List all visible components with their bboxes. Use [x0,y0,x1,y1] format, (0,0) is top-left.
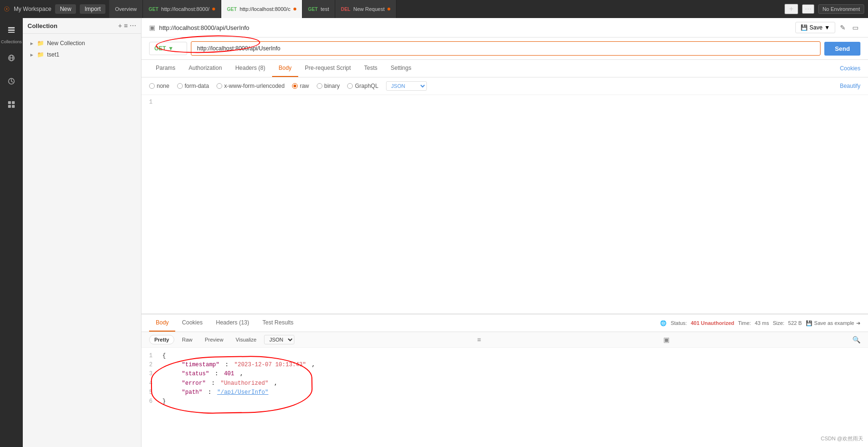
none-label: none [157,83,170,89]
workspace-label: My Workspace [14,6,51,12]
save-label: Save [810,24,822,31]
method-select[interactable]: GET ▼ [149,42,187,55]
more-tabs-button[interactable]: ⋯ [802,4,814,14]
json-open-brace: { [162,352,166,361]
resp-line-1: 1 { [149,352,860,361]
collections-label: Collections [1,39,22,44]
body-option-graphql[interactable]: GraphQL [347,83,378,89]
radio-raw [292,83,298,89]
add-collection-button[interactable]: + [118,22,122,29]
tabs-area: OverviewGEThttp://localhost:8000/GEThttp… [109,0,781,18]
import-button[interactable]: Import [80,4,105,14]
top-bar: ☉ My Workspace New Import OverviewGEThtt… [0,0,868,18]
url-input[interactable] [191,41,821,56]
more-options-button[interactable]: ⋯ [130,22,136,29]
resp-line-2: 2 "timestamp" : "2023-12-07 10:13:43" , [149,361,860,370]
json-comma-1: , [311,361,315,370]
tab-prerequest[interactable]: Pre-request Script [298,60,358,77]
radio-form-data [177,83,183,89]
request-title-bar: ▣ http://localhost:8000/api/UserInfo 💾 S… [142,18,868,38]
tab-params[interactable]: Params [149,60,182,77]
resp-tab-test-results[interactable]: Test Results [256,314,300,332]
env-selector[interactable]: No Environment [818,4,864,14]
resp-tab-headers[interactable]: Headers (13) [209,314,256,332]
filter-button[interactable]: ≡ [124,22,128,29]
sidebar-icon-history[interactable] [0,73,23,91]
json-colon-1: : [225,361,228,370]
json-key-error: "error" [182,379,206,388]
response-format-select[interactable]: JSON Text HTML XML [264,335,294,344]
tab-new-req[interactable]: DELNew Request [335,0,396,18]
request-title: http://localhost:8000/api/UserInfo [159,24,249,31]
body-format-select[interactable]: JSON Text JavaScript HTML XML [386,81,427,91]
body-option-form-data[interactable]: form-data [177,83,209,89]
sidebar-icon-apps[interactable] [0,96,23,114]
new-tab-button[interactable]: + [784,4,798,14]
panel-actions: + ≡ ⋯ [118,22,136,29]
save-example-arrow: ➜ [856,320,860,326]
save-button[interactable]: 💾 Save ▼ [795,22,835,33]
response-meta: 🌐 Status: 401 Unauthorized Time: 43 ms S… [660,320,860,326]
body-option-urlencoded[interactable]: x-www-form-urlencoded [217,83,284,89]
json-indent [162,379,176,388]
main-layout: Collections Collection [0,18,868,447]
save-example-icon: 💾 [806,320,812,326]
edit-button[interactable]: ✎ [838,22,848,33]
format-pretty[interactable]: Pretty [149,335,174,344]
urlencoded-label: x-www-form-urlencoded [224,83,284,89]
tab-dot-get2 [293,8,296,10]
tab-headers[interactable]: Headers (8) [228,60,272,77]
method-dropdown-icon: ▼ [168,45,174,52]
resp-search-button[interactable]: 🔍 [852,336,860,343]
new-button[interactable]: New [55,4,76,14]
sidebar-icon-collections[interactable] [0,22,23,39]
cookies-button[interactable]: Cookies [840,60,860,76]
chevron-icon: ► [29,41,34,46]
sidebar-icon-environments[interactable] [0,50,23,67]
body-option-none[interactable]: none [149,83,170,89]
globe-icon: 🌐 [660,320,667,326]
json-colon-4: : [208,388,211,397]
request-body-editor[interactable]: 1 [142,95,868,314]
resp-tab-cookies[interactable]: Cookies [175,314,209,332]
tab-label-new-req: New Request [353,6,385,12]
tab-tests[interactable]: Tests [358,60,384,77]
svg-rect-1 [8,29,15,31]
request-tabs: Params Authorization Headers (8) Body Pr… [142,60,868,77]
tab-get1[interactable]: GEThttp://localhost:8000/ [143,0,221,18]
share-button[interactable]: ▭ [850,22,860,33]
chevron-icon: ► [29,52,34,57]
tab-settings[interactable]: Settings [384,60,418,77]
resp-tab-body[interactable]: Body [149,314,175,332]
format-raw[interactable]: Raw [177,335,197,344]
format-preview[interactable]: Preview [200,335,228,344]
tab-test[interactable]: GETtest [302,0,335,18]
request-icon: ▣ [149,24,155,31]
line-number-1: 1 [149,99,157,105]
resp-filter-button[interactable]: ≡ [477,336,481,343]
tab-body[interactable]: Body [272,60,298,77]
json-indent [162,370,176,379]
method-label: GET [154,45,166,52]
panel-item-tset1[interactable]: ► 📁 tset1 [23,49,141,60]
content-area: ▣ http://localhost:8000/api/UserInfo 💾 S… [142,18,868,447]
tab-authorization[interactable]: Authorization [182,60,228,77]
body-option-raw[interactable]: raw [292,83,309,89]
panel-header: Collection + ≡ ⋯ [23,18,141,34]
svg-rect-0 [8,27,15,29]
resp-copy-button[interactable]: ▣ [663,336,670,343]
json-comma-2: , [240,370,243,379]
beautify-button[interactable]: Beautify [840,83,860,89]
send-button[interactable]: Send [824,42,860,56]
save-example-button[interactable]: 💾 Save as example ➜ [806,320,860,326]
json-val-path[interactable]: "/api/UserInfo" [217,388,268,397]
body-option-binary[interactable]: binary [317,83,340,89]
size-label: Size: [773,320,784,326]
sidebar-icons: Collections [0,18,23,447]
tab-get2[interactable]: GEThttp://localhost:8000/c [221,0,302,18]
tab-overview[interactable]: Overview [109,0,143,18]
panel-item-new-collection[interactable]: ► 📁 New Collection [23,38,141,49]
title-bar-actions: 💾 Save ▼ ✎ ▭ [795,22,860,33]
graphql-label: GraphQL [355,83,378,89]
format-visualize[interactable]: Visualize [231,335,261,344]
